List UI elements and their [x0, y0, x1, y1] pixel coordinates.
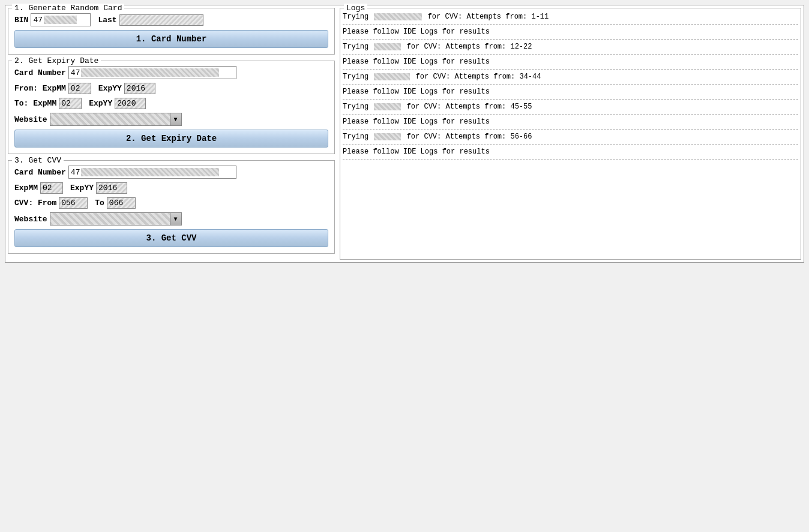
s3-cvv-row: CVV: From To: [14, 197, 328, 209]
s2-dropdown-arrow-icon[interactable]: ▼: [170, 113, 182, 126]
s2-from-yy-label: ExpYY: [98, 84, 122, 93]
bin-input-container[interactable]: 47: [31, 13, 91, 26]
log-entry: Trying for CVV: Attempts from: 34-44: [343, 71, 798, 83]
s2-card-number-row: Card Number 47: [14, 66, 328, 79]
s3-expmm-input[interactable]: [40, 182, 63, 194]
s3-dropdown-arrow-icon[interactable]: ▼: [170, 212, 182, 226]
s2-card-number-label: Card Number: [14, 68, 66, 77]
s3-cvv-from-label: CVV: From: [14, 199, 56, 208]
s2-website-label: Website: [14, 115, 47, 124]
log-entry: Trying for CVV: Attempts from: 45-55: [343, 101, 798, 113]
log-entries: Trying for CVV: Attempts from: 1-11Pleas…: [343, 11, 798, 160]
log-divider: [343, 69, 798, 70]
s3-expmm-label: ExpMM: [14, 184, 38, 193]
s3-card-redacted: [81, 168, 219, 176]
s3-website-input-box[interactable]: [50, 212, 170, 226]
s3-website-row: Website ▼: [14, 212, 328, 226]
s2-card-number-input[interactable]: 47: [68, 66, 236, 79]
s3-website-select[interactable]: ▼: [50, 212, 182, 226]
s2-to-yy-input[interactable]: [115, 98, 146, 109]
s3-card-prefix: 47: [71, 168, 80, 177]
s3-card-number-label: Card Number: [14, 168, 66, 177]
section3-title: 3. Get CVV: [12, 156, 64, 165]
last-input[interactable]: [119, 14, 203, 26]
log-divider: [343, 114, 798, 115]
get-cvv-button[interactable]: 3. Get CVV: [14, 229, 328, 247]
log-plain: Please follow IDE Logs for results: [343, 116, 798, 128]
s2-card-redacted: [81, 68, 219, 77]
section2-title: 2. Get Expiry Date: [12, 56, 101, 65]
log-plain: Please follow IDE Logs for results: [343, 26, 798, 38]
log-divider: [343, 129, 798, 130]
s2-website-select[interactable]: ▼: [50, 113, 182, 126]
log-divider: [343, 84, 798, 85]
main-layout: 1. Generate Random Card BIN 47 Last 1. C…: [5, 5, 804, 263]
s3-cvv-to-label: To: [95, 199, 104, 208]
s2-card-prefix: 47: [71, 68, 80, 77]
s3-expyy-input[interactable]: [96, 182, 127, 194]
s2-website-row: Website ▼: [14, 113, 328, 126]
s2-from-label: From: ExpMM: [14, 84, 66, 93]
bin-row: BIN 47 Last: [14, 13, 328, 26]
s2-from-mm-input[interactable]: [68, 83, 91, 94]
generate-card-button[interactable]: 1. Card Number: [14, 30, 328, 48]
s2-from-row: From: ExpMM ExpYY: [14, 83, 328, 94]
log-redacted-block: [374, 103, 401, 110]
s2-to-mm-input[interactable]: [59, 98, 82, 109]
log-redacted-block: [374, 73, 410, 80]
bin-prefix: 47: [33, 16, 43, 25]
log-plain: Please follow IDE Logs for results: [343, 146, 798, 158]
bin-label: BIN: [14, 16, 28, 25]
log-plain: Please follow IDE Logs for results: [343, 56, 798, 68]
log-entry: Trying for CVV: Attempts from: 56-66: [343, 131, 798, 143]
get-expiry-date-button[interactable]: 2. Get Expiry Date: [14, 130, 328, 148]
last-label: Last: [98, 16, 116, 25]
bin-redacted: [44, 16, 77, 24]
s3-card-number-row: Card Number 47: [14, 166, 328, 179]
log-divider: [343, 39, 798, 40]
s2-from-yy-input[interactable]: [124, 83, 155, 94]
s2-to-yy-label: ExpYY: [89, 99, 112, 108]
log-entry: Trying for CVV: Attempts from: 12-22: [343, 41, 798, 53]
logs-panel: Logs Trying for CVV: Attempts from: 1-11…: [340, 8, 801, 260]
s3-card-number-input[interactable]: 47: [68, 166, 236, 179]
log-plain: Please follow IDE Logs for results: [343, 86, 798, 98]
s3-cvv-from-input[interactable]: [59, 197, 88, 209]
section2-group: 2. Get Expiry Date Card Number 47 From: …: [8, 61, 335, 154]
log-redacted-block: [374, 43, 401, 50]
s3-exp-row: ExpMM ExpYY: [14, 182, 328, 194]
log-divider: [343, 159, 798, 160]
section1-title: 1. Generate Random Card: [12, 4, 124, 13]
log-entry: Trying for CVV: Attempts from: 1-11: [343, 11, 798, 23]
log-redacted-block: [374, 13, 422, 20]
s3-cvv-to-input[interactable]: [107, 197, 136, 209]
log-divider: [343, 99, 798, 100]
s2-website-input-box[interactable]: [50, 113, 170, 126]
log-divider: [343, 54, 798, 55]
s2-to-row: To: ExpMM ExpYY: [14, 98, 328, 109]
logs-title: Logs: [344, 4, 367, 13]
section1-group: 1. Generate Random Card BIN 47 Last 1. C…: [8, 8, 335, 55]
log-redacted-block: [374, 133, 401, 140]
s2-to-label: To: ExpMM: [14, 99, 56, 108]
section3-group: 3. Get CVV Card Number 47 ExpMM ExpYY CV…: [8, 160, 335, 254]
log-divider: [343, 144, 798, 145]
left-panel: 1. Generate Random Card BIN 47 Last 1. C…: [8, 8, 335, 260]
s3-website-label: Website: [14, 215, 47, 224]
s3-expyy-label: ExpYY: [70, 184, 94, 193]
log-divider: [343, 24, 798, 25]
